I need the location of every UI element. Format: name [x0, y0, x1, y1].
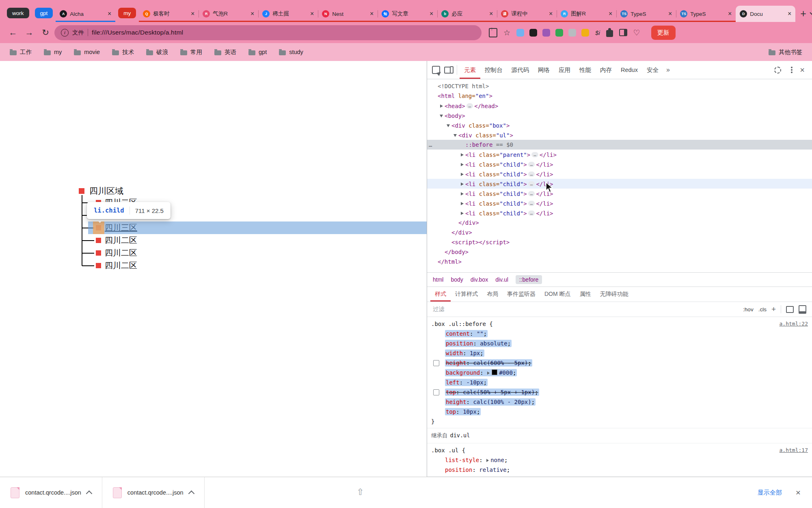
dom-tree-line[interactable]: </body>: [427, 247, 812, 257]
tab-close-icon[interactable]: ×: [251, 11, 254, 17]
styles-tab-属性[interactable]: 属性: [575, 287, 596, 302]
dom-tree-line[interactable]: <li class="child">…</li>: [427, 169, 812, 179]
expand-arrow-icon[interactable]: [459, 179, 465, 189]
tab-图解R[interactable]: R图解R×: [557, 6, 616, 22]
css-declaration[interactable]: position: relative;: [427, 465, 812, 475]
collapse-arrow-icon[interactable]: [438, 111, 445, 120]
expand-arrow-icon[interactable]: [459, 169, 465, 179]
dom-tree-line[interactable]: <li class="child">…</li>: [427, 159, 812, 169]
tab-close-icon[interactable]: ×: [728, 11, 732, 17]
devtools-tab-网络[interactable]: 网络: [533, 61, 554, 79]
css-declaration[interactable]: content: "";: [427, 329, 812, 339]
css-declaration[interactable]: position: absolute;: [427, 339, 812, 348]
dom-tree-line[interactable]: <div class="box">: [427, 120, 812, 130]
inspect-element-icon[interactable]: [432, 66, 440, 74]
devtools-tab-应用[interactable]: 应用: [554, 61, 575, 79]
expand-arrow-icon[interactable]: [459, 198, 465, 208]
collapsed-content-icon[interactable]: …: [528, 181, 535, 187]
dom-tree-line[interactable]: <div class="ul">: [427, 130, 812, 140]
forward-icon[interactable]: →: [22, 28, 37, 37]
css-declaration[interactable]: height: calc(100% - 20px);: [427, 397, 812, 407]
tab-气泡R[interactable]: R气泡R×: [199, 6, 258, 22]
tab-group-my[interactable]: my: [118, 8, 136, 18]
devtools-tab-安全[interactable]: 安全: [642, 61, 663, 79]
tab-close-icon[interactable]: ×: [549, 11, 553, 17]
styles-tab-无障碍功能[interactable]: 无障碍功能: [596, 287, 633, 302]
dom-tree-line[interactable]: <li class="child">…</li>: [427, 208, 812, 218]
back-icon[interactable]: ←: [6, 28, 20, 37]
new-style-rule-icon[interactable]: +: [771, 305, 776, 314]
bookmark-常用[interactable]: 常用: [180, 48, 202, 56]
other-bookmarks[interactable]: 其他书签: [769, 48, 802, 56]
tab-group-work[interactable]: work: [7, 8, 29, 18]
expand-value-icon[interactable]: [486, 459, 489, 462]
devtools-tab-控制台[interactable]: 控制台: [480, 61, 507, 79]
css-declaration[interactable]: left: -10px;: [427, 378, 812, 387]
expand-arrow-icon[interactable]: [459, 150, 465, 159]
tab-课程中[interactable]: 课课程中×: [497, 6, 557, 22]
dom-tree-line[interactable]: <body>: [427, 111, 812, 120]
tab-close-icon[interactable]: ×: [310, 11, 314, 17]
bookmark-gpt[interactable]: gpt: [248, 49, 267, 55]
filter-input[interactable]: 过滤: [433, 306, 738, 313]
declaration-checkbox[interactable]: [433, 360, 439, 366]
downloads-close-icon[interactable]: ×: [796, 488, 812, 497]
reload-icon[interactable]: ↻: [38, 28, 53, 37]
source-link[interactable]: a.html:22: [780, 319, 808, 329]
expand-value-icon[interactable]: [487, 371, 490, 375]
styles-tab-计算样式[interactable]: 计算样式: [451, 287, 482, 302]
device-toolbar-icon[interactable]: [444, 67, 452, 74]
tab-Alcha[interactable]: AAlcha×: [56, 6, 115, 22]
extension-icon-4[interactable]: [555, 29, 563, 37]
address-field[interactable]: i 文件 file:///Users/mac/Desktop/a.html: [54, 25, 482, 40]
collapse-arrow-icon[interactable]: [452, 130, 458, 140]
bookmark-英语[interactable]: 英语: [214, 48, 236, 56]
collapsed-content-icon[interactable]: …: [531, 152, 538, 157]
css-declaration[interactable]: top: calc(50% + 5px + 1px);: [427, 387, 812, 397]
chevron-up-icon[interactable]: [188, 491, 194, 497]
dom-tree-line[interactable]: …::before == $0: [427, 140, 812, 150]
dom-tree-line[interactable]: <li class="child">…</li>: [427, 179, 812, 189]
tab-极客时[interactable]: Q极客时×: [139, 6, 199, 22]
tab-Nest[interactable]: NNest×: [318, 6, 378, 22]
collapsed-content-icon[interactable]: …: [528, 172, 535, 177]
tab-close-icon[interactable]: ×: [430, 11, 433, 17]
dom-tree-line[interactable]: <li class="parent">…</li>: [427, 150, 812, 159]
bookmark-技术[interactable]: 技术: [112, 48, 134, 56]
bookmark-movie[interactable]: movie: [74, 49, 100, 55]
expand-arrow-icon[interactable]: [438, 101, 445, 111]
devtools-tab-源代码[interactable]: 源代码: [507, 61, 534, 79]
extensions-puzzle-icon[interactable]: [606, 30, 613, 37]
chevron-up-icon[interactable]: [86, 491, 93, 497]
css-declaration[interactable]: height: calc(600% - 5px);: [427, 358, 812, 368]
collapsed-content-icon[interactable]: …: [528, 201, 535, 206]
computed-sidebar-icon[interactable]: [786, 306, 794, 313]
extension-icon-5[interactable]: [568, 29, 576, 37]
bookmark-my[interactable]: my: [44, 49, 62, 55]
styles-tab-事件监听器[interactable]: 事件监听器: [503, 287, 540, 302]
collapsed-content-icon[interactable]: …: [528, 162, 535, 167]
bookmark-star-icon[interactable]: ☆: [503, 28, 510, 37]
page-info-icon[interactable]: i: [61, 29, 69, 37]
expand-arrow-icon[interactable]: [459, 189, 465, 198]
inherited-target-link[interactable]: div.ul: [450, 432, 470, 439]
more-tabs-icon[interactable]: »: [663, 66, 673, 74]
collapsed-content-icon[interactable]: …: [528, 211, 535, 216]
cls-toggle[interactable]: .cls: [758, 306, 767, 313]
heart-icon[interactable]: ♡: [633, 28, 640, 37]
breadcrumb-item-::before[interactable]: ::before: [516, 275, 542, 284]
bookmark-工作[interactable]: 工作: [10, 48, 32, 56]
dom-tree-line[interactable]: </div>: [427, 218, 812, 228]
tab-close-icon[interactable]: ×: [370, 11, 374, 17]
extension-icon-6[interactable]: [581, 29, 589, 37]
tab-稀土掘[interactable]: J稀土掘×: [258, 6, 318, 22]
breadcrumb-item-div.ul[interactable]: div.ul: [495, 276, 508, 283]
share-icon[interactable]: [489, 28, 497, 37]
css-declaration[interactable]: list-style: none;: [427, 455, 812, 465]
tab-group-gpt[interactable]: gpt: [35, 8, 53, 18]
side-panel-icon[interactable]: [619, 29, 627, 36]
styles-tab-样式[interactable]: 样式: [430, 287, 451, 302]
download-item[interactable]: contact.qrcode....json: [102, 477, 205, 508]
expand-arrow-icon[interactable]: [459, 208, 465, 218]
devtools-close-icon[interactable]: ×: [800, 65, 805, 75]
